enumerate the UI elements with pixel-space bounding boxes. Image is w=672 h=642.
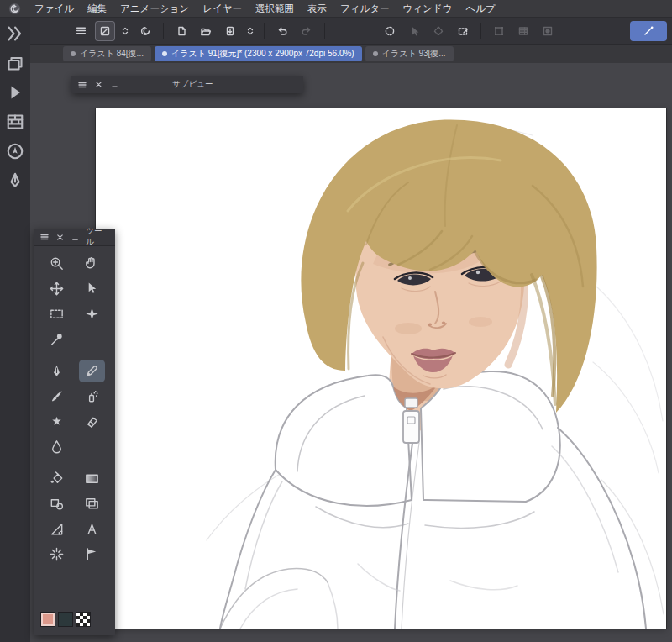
panel-minimize-icon[interactable] xyxy=(71,232,80,242)
panel-close-icon[interactable] xyxy=(55,232,64,242)
tool-fill-icon[interactable] xyxy=(44,467,70,490)
app-logo-icon[interactable] xyxy=(8,3,21,15)
tool-zoom-icon[interactable] xyxy=(44,252,70,275)
menu-item[interactable]: レイヤー xyxy=(202,3,242,15)
selection-launcher-icon[interactable] xyxy=(380,21,400,41)
undo-icon[interactable] xyxy=(272,21,292,41)
panel-menu-icon[interactable] xyxy=(77,80,87,90)
transparent-color-swatch[interactable] xyxy=(76,612,91,627)
tool-grid xyxy=(34,246,115,566)
mesh-transform-icon[interactable] xyxy=(513,21,533,41)
redo-icon[interactable] xyxy=(297,21,317,41)
tool-radial-line-icon[interactable] xyxy=(44,543,70,566)
line-correction-icon[interactable] xyxy=(630,21,667,41)
tool-decoration-icon[interactable] xyxy=(44,410,70,433)
tool-text-icon[interactable] xyxy=(79,518,105,540)
menu-item[interactable]: ウィンドウ xyxy=(403,3,453,15)
object-selector-icon[interactable] xyxy=(404,21,424,41)
tool-panel-title: ツール xyxy=(86,226,109,248)
portrait-illustration xyxy=(207,120,664,629)
tool-panel-title-bar[interactable]: ツール xyxy=(34,229,115,246)
selection-invert-icon[interactable] xyxy=(428,21,449,41)
menu-bar: ファイル編集アニメーションレイヤー選択範囲表示フィルターウィンドウヘルプ xyxy=(0,0,672,18)
tab-dot-icon xyxy=(373,51,378,56)
toolbar-separator xyxy=(163,23,164,39)
main-color-swatch[interactable] xyxy=(40,612,55,627)
tool-pencil-icon[interactable] xyxy=(79,360,105,382)
document-tab[interactable]: イラスト 84[復... xyxy=(63,46,151,61)
tool-airbrush-icon[interactable] xyxy=(79,385,105,408)
subview-title-bar[interactable]: サブビュー xyxy=(71,76,303,93)
document-tab-bar: イラスト 84[復... イラスト 91[復元]* (2300 x 2900px… xyxy=(30,45,672,63)
navigator-panel-icon[interactable] xyxy=(5,142,25,160)
tool-panel[interactable]: ツール xyxy=(34,229,115,635)
subview-panel[interactable]: サブビュー xyxy=(71,76,303,93)
new-file-icon[interactable] xyxy=(171,21,192,41)
sub-color-swatch[interactable] xyxy=(58,612,73,627)
toolbar-separator xyxy=(264,23,265,39)
tool-blend-icon[interactable] xyxy=(44,435,70,458)
document-tab[interactable]: イラスト 91[復元]* (2300 x 2900px 72dpi 56.0%) xyxy=(155,46,362,61)
menu-item[interactable]: 編集 xyxy=(87,3,107,15)
menu-item[interactable]: フィルター xyxy=(340,3,390,15)
open-file-icon[interactable] xyxy=(196,21,216,41)
transform-icon[interactable] xyxy=(489,21,509,41)
empty-cell xyxy=(75,327,111,351)
tool-property-icon[interactable] xyxy=(95,21,115,41)
panel-minimize-icon[interactable] xyxy=(109,80,119,90)
tab-dot-icon xyxy=(71,51,76,56)
tool-brush-icon[interactable] xyxy=(44,385,70,408)
menu-items: ファイル編集アニメーションレイヤー選択範囲表示フィルターウィンドウヘルプ xyxy=(34,3,496,15)
symmetry-icon[interactable] xyxy=(135,21,155,41)
main-menu-icon[interactable] xyxy=(71,21,91,41)
panel-close-icon[interactable] xyxy=(93,80,103,90)
tool-pen-icon[interactable] xyxy=(44,360,70,382)
menu-item[interactable]: 表示 xyxy=(307,3,327,15)
material-panel-icon[interactable] xyxy=(5,113,25,131)
export-icon[interactable] xyxy=(220,21,240,41)
empty-cell xyxy=(75,434,111,459)
menu-item[interactable]: ヘルプ xyxy=(465,3,495,15)
canvas-artwork[interactable] xyxy=(96,108,666,629)
tab-label: イラスト 91[復元]* (2300 x 2900px 72dpi 56.0%) xyxy=(171,48,354,60)
selection-pen-icon[interactable] xyxy=(453,21,473,41)
left-dock-sidebar xyxy=(0,18,30,642)
layers-panel-icon[interactable] xyxy=(5,54,25,72)
tool-marquee-icon[interactable] xyxy=(44,303,70,325)
export-stepper-icon[interactable] xyxy=(244,21,256,41)
tool-frame-icon[interactable] xyxy=(79,492,105,515)
tool-auto-select-icon[interactable] xyxy=(79,303,105,325)
tool-shape-icon[interactable] xyxy=(44,492,70,515)
toolbar-separator xyxy=(480,23,481,39)
auto-action-panel-icon[interactable] xyxy=(5,83,25,102)
subview-panel-title: サブビュー xyxy=(172,79,213,90)
panel-menu-icon[interactable] xyxy=(39,232,49,242)
toolbar-separator xyxy=(324,23,325,39)
tool-hand-icon[interactable] xyxy=(79,252,105,275)
canvas[interactable] xyxy=(96,108,666,629)
tool-ruler-icon[interactable] xyxy=(44,518,70,540)
sub-tool-panel-icon[interactable] xyxy=(5,171,25,190)
property-stepper-icon[interactable] xyxy=(119,21,131,41)
menu-item[interactable]: 選択範囲 xyxy=(255,3,294,15)
tab-label: イラスト 93[復... xyxy=(382,48,446,60)
tool-move-icon[interactable] xyxy=(44,277,70,300)
tab-dot-icon xyxy=(162,51,167,56)
tool-eraser-icon[interactable] xyxy=(79,410,105,433)
menu-item[interactable]: ファイル xyxy=(34,3,74,15)
mask-icon[interactable] xyxy=(538,21,558,41)
tool-stream-line-icon[interactable] xyxy=(79,543,105,566)
command-bar xyxy=(30,18,672,45)
color-swatches xyxy=(34,612,115,635)
dock-collapse-icon[interactable] xyxy=(5,24,25,43)
tool-eyedropper-icon[interactable] xyxy=(44,328,70,350)
tool-gradient-icon[interactable] xyxy=(79,467,105,490)
tool-object-icon[interactable] xyxy=(79,277,105,300)
menu-item[interactable]: アニメーション xyxy=(120,3,189,15)
tab-label: イラスト 84[復... xyxy=(80,48,144,60)
document-tab[interactable]: イラスト 93[復... xyxy=(365,46,454,61)
